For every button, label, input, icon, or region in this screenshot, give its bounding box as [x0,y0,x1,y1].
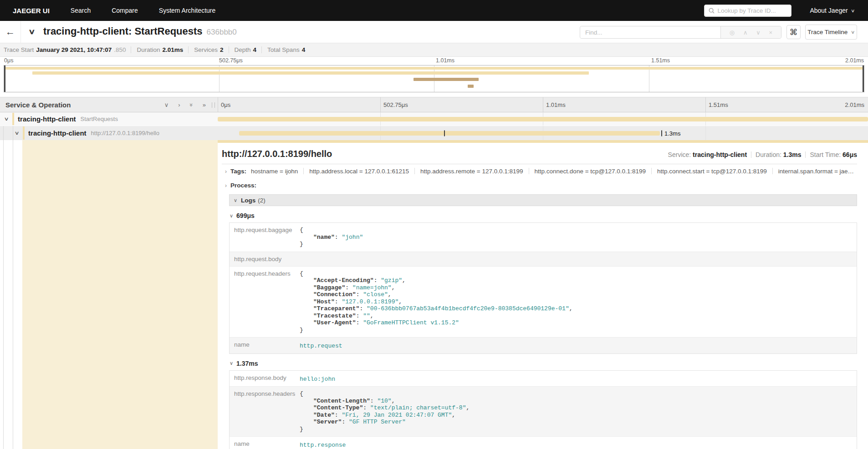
json-entry: "User-Agent": "GoFrameHTTPClient v1.15.2… [300,319,852,327]
nav-link-compare[interactable]: Compare [112,7,138,14]
tag-item[interactable]: internal.span.format = jae… [778,168,854,175]
json-value-block: {"Accept-Encoding": "gzip","Baggage": "n… [300,270,852,334]
log-field-key: name [230,338,299,352]
trace-view-select-value: Trace Timeline [807,29,848,35]
log-timestamp: 1.37ms [236,360,258,367]
log-field-row: http.request.body [230,252,857,266]
minimap-span-bar [4,67,864,70]
clear-icon[interactable]: × [769,29,773,36]
log-timestamp-toggle[interactable]: ∨699μs [230,212,857,219]
trace-id-lookup-input[interactable] [717,7,787,14]
span-row[interactable]: ∨tracing-http-clienthttp://127.0.0.1:819… [0,126,868,140]
about-jaeger-menu[interactable]: About Jaeger ∨ [810,7,854,14]
trace-id: 636bbb0 [207,28,237,36]
span-detail-title: http://127.0.0.1:8199/hello [222,149,332,159]
column-resizer-handle[interactable] [212,102,215,108]
logs-label: Logs [241,197,255,204]
tags-toggle-row[interactable]: › Tags: hostname = ijohnhttp.address.loc… [225,164,857,178]
logs-count: (2) [258,197,266,204]
trace-collapse-chevron-down-icon[interactable]: ∨ [28,27,36,36]
span-timeline-cell[interactable]: 1.3ms [218,126,868,140]
json-close-brace: } [300,426,852,433]
tag-item[interactable]: hostname = ijohn [251,168,298,175]
ruler-tick: 2.01ms [845,97,864,112]
summary-services: Services2 [188,46,223,53]
tag-item[interactable]: http.connect.done = tcp@127.0.0.1:8199 [535,168,646,175]
timeline-minimap[interactable] [4,65,864,92]
tag-item[interactable]: http.address.remote = 127.0.0.1:8199 [420,168,523,175]
log-marker-tick[interactable] [661,130,662,136]
tick-label: 1.51ms [651,57,670,64]
tag-item[interactable]: http.connect.start = tcp@127.0.0.1:8199 [657,168,767,175]
log-field-value: {"name": "john"} [299,223,857,252]
collapse-all-double-chevron-right-icon[interactable]: » [203,102,206,108]
ruler-tick: 1.51ms [705,97,728,112]
indent-guide [3,126,4,140]
prev-result-chevron-up-icon[interactable]: ∧ [743,29,748,36]
span-name-cell: ∨tracing-http-clienthttp://127.0.0.1:819… [0,126,218,140]
span-rows: ∨tracing-http-clientStartRequests∨tracin… [0,112,868,140]
span-operation-name: http://127.0.0.1:8199/hello [91,130,159,136]
span-color-indicator [12,113,14,125]
chevron-down-icon[interactable]: ∨ [14,130,19,136]
keyboard-shortcuts-button[interactable]: ⌘ [786,25,801,39]
trace-view-select[interactable]: Trace Timeline ∨ [805,25,857,40]
nav-link-search[interactable]: Search [71,7,91,14]
tag-item[interactable]: http.address.local = 127.0.0.1:61215 [309,168,409,175]
log-field-row: http.response.headers{"Content-Length": … [230,386,857,436]
json-close-brace: } [300,241,852,248]
tick-label: 0μs [4,57,13,64]
chevron-down-icon: ∨ [230,360,233,366]
span-timeline-cell[interactable] [218,112,868,126]
json-entry: "Date": "Fri, 29 Jan 2021 02:47:07 GMT", [300,412,852,419]
expand-one-chevron-down-icon[interactable]: ∨ [164,102,169,108]
timeline-grid-header: Service & Operation ∨ › » » 0μs 502.75μs… [0,97,868,112]
span-bar[interactable] [239,131,660,136]
trace-header: ← ∨ tracing-http-client: StartRequests63… [0,21,868,43]
chevron-right-icon: › [225,182,227,189]
process-toggle-row[interactable]: › Process: [225,178,857,192]
log-fields-table: http.request.baggage{"name": "john"}http… [229,222,857,354]
json-value-block: {"Content-Length": "10","Content-Type": … [300,390,852,433]
tag-separator [303,168,304,174]
log-field-row: http.request.headers{"Accept-Encoding": … [230,266,857,338]
nav-link-system-architecture[interactable]: System Architecture [159,7,216,14]
chevron-down-icon[interactable]: ∨ [4,116,9,122]
tag-separator [414,168,415,174]
log-marker-tick[interactable] [444,130,445,136]
json-entry: "Traceparent": "00-636bbb0767ab53a4f4b1b… [300,305,852,313]
back-arrow-icon: ← [5,26,15,37]
log-field-code-value: http.response [300,442,346,449]
span-bar[interactable] [218,117,868,121]
app-logo[interactable]: JAEGER UI [13,7,50,15]
collapse-one-chevron-right-icon[interactable]: › [178,102,180,108]
minimap-span-bar [468,85,474,88]
chevron-down-icon: ∨ [230,213,233,219]
log-field-key: http.request.baggage [230,223,299,237]
json-entry: "Server": "GF HTTP Server" [300,419,852,426]
minimap-tick-labels: 0μs 502.75μs 1.01ms 1.51ms 2.01ms [0,57,868,65]
trace-id-lookup[interactable] [704,5,791,17]
jaeger-trace-page: JAEGER UI Search Compare System Architec… [0,0,868,449]
log-field-key: http.request.body [230,252,299,266]
search-icon [709,8,715,14]
next-result-chevron-down-icon[interactable]: ∨ [756,29,761,36]
logs-toggle-row[interactable]: ∨ Logs (2) [229,194,857,206]
log-field-value: {"Accept-Encoding": "gzip","Baggage": "n… [299,267,857,338]
log-timestamp-toggle[interactable]: ∨1.37ms [230,360,857,367]
log-field-value: http.response [299,437,857,449]
log-field-row: namehttp.response [230,436,857,449]
span-detail-overview: Service: tracing-http-client Duration: 1… [668,151,857,158]
span-detail-row: http://127.0.0.1:8199/hello Service: tra… [0,140,868,449]
span-row[interactable]: ∨tracing-http-clientStartRequests [0,112,868,126]
minimap-right-drag-handle[interactable] [863,66,864,92]
minimap-left-drag-handle[interactable] [4,66,5,92]
find-input[interactable] [580,26,721,38]
log-field-row: namehttp.request [230,337,857,353]
find-controls: ◎ ∧ ∨ × [721,26,781,38]
expand-all-double-chevron-down-icon[interactable]: » [189,103,194,106]
log-field-code-value: http.request [300,343,342,349]
find-box: ◎ ∧ ∨ × [580,26,781,39]
back-button[interactable]: ← [0,21,21,43]
locate-icon[interactable]: ◎ [730,29,735,36]
